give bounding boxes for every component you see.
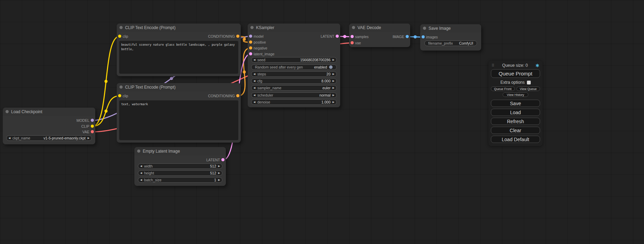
increment-arrow-icon[interactable]: ▶ xyxy=(330,94,336,97)
view-queue-button[interactable]: View Queue xyxy=(517,87,540,91)
decrement-arrow-icon[interactable]: ◀ xyxy=(252,94,257,97)
widget-sampler-name[interactable]: ◀ sampler_name euler ▶ xyxy=(251,85,337,91)
conditioning-port-dot[interactable] xyxy=(249,46,252,49)
node-clip-text-encode-negative[interactable]: CLIP Text Encode (Prompt) clip CONDITION… xyxy=(117,83,241,143)
queue-prompt-button[interactable]: Queue Prompt xyxy=(491,69,540,78)
decrement-arrow-icon[interactable]: ◀ xyxy=(138,165,144,168)
increment-arrow-icon[interactable]: ▶ xyxy=(216,179,222,181)
input-port-images[interactable]: images xyxy=(420,35,438,39)
increment-arrow-icon[interactable]: ▶ xyxy=(86,137,91,139)
output-port-latent[interactable]: LATENT xyxy=(206,157,226,162)
widget-cfg[interactable]: ◀ cfg 8.000 ▶ xyxy=(251,78,337,84)
increment-arrow-icon[interactable]: ▶ xyxy=(330,87,336,89)
output-port-conditioning[interactable]: CONDITIONING xyxy=(208,34,241,38)
output-port-image[interactable]: IMAGE xyxy=(392,34,410,39)
widget-batch-size[interactable]: ◀ batch_size 1 ▶ xyxy=(138,177,222,183)
increment-arrow-icon[interactable]: ▶ xyxy=(330,73,336,75)
input-port-model[interactable]: model xyxy=(248,34,264,38)
clip-port-dot[interactable] xyxy=(91,125,94,128)
decrement-arrow-icon[interactable]: ◀ xyxy=(7,137,12,139)
save-button[interactable]: Save xyxy=(491,100,540,107)
model-port-dot[interactable] xyxy=(91,119,94,122)
input-port-negative[interactable]: negative xyxy=(248,46,267,50)
prompt-textarea[interactable]: beautiful scenery nature glass bottle la… xyxy=(119,41,238,74)
collapse-dot[interactable] xyxy=(352,26,355,29)
latent-port-dot[interactable] xyxy=(249,52,252,55)
decrement-arrow-icon[interactable]: ◀ xyxy=(252,101,257,103)
decrement-arrow-icon[interactable]: ◀ xyxy=(138,179,144,181)
vae-port-dot[interactable] xyxy=(351,41,354,44)
conditioning-port-dot[interactable] xyxy=(249,40,252,44)
input-port-vae[interactable]: vae xyxy=(349,40,361,45)
widget-scheduler[interactable]: ◀ scheduler normal ▶ xyxy=(251,92,337,98)
settings-gear-icon[interactable]: ✱ xyxy=(536,63,539,68)
queue-front-button[interactable]: Queue Front xyxy=(491,87,515,91)
node-title-bar[interactable]: VAE Decode xyxy=(349,24,410,32)
node-ksampler[interactable]: KSampler model positive negative latent_… xyxy=(248,24,340,107)
load-button[interactable]: Load xyxy=(491,109,540,116)
output-port-latent[interactable]: LATENT xyxy=(321,34,340,38)
image-port-dot[interactable] xyxy=(406,35,409,38)
output-port-model[interactable]: MODEL xyxy=(77,118,95,123)
increment-arrow-icon[interactable]: ▶ xyxy=(216,165,222,168)
conditioning-port-dot[interactable] xyxy=(236,35,239,38)
clip-port-dot[interactable] xyxy=(118,35,121,38)
increment-arrow-icon[interactable]: ▶ xyxy=(330,80,336,82)
latent-port-dot[interactable] xyxy=(221,158,224,161)
image-port-dot[interactable] xyxy=(422,35,425,38)
input-port-latent-image[interactable]: latent_image xyxy=(248,52,274,56)
node-title-bar[interactable]: CLIP Text Encode (Prompt) xyxy=(117,24,241,32)
input-port-positive[interactable]: positive xyxy=(248,40,266,44)
node-title-bar[interactable]: Load Checkpoint xyxy=(3,108,95,116)
latent-port-dot[interactable] xyxy=(336,35,339,38)
model-port-dot[interactable] xyxy=(249,35,252,38)
extra-options-checkbox[interactable] xyxy=(527,81,531,84)
widget-random-seed-toggle[interactable]: Random seed after every gen enabled xyxy=(251,64,337,70)
widget-filename-prefix[interactable]: filename_prefix ComfyUI xyxy=(424,40,477,46)
node-editor-canvas[interactable]: Load Checkpoint MODEL CLIP VAE ◀ ckpt_na… xyxy=(0,0,644,244)
widget-ckpt-name[interactable]: ◀ ckpt_name v1-5-pruned-emaonly.ckpt ▶ xyxy=(6,135,92,141)
decrement-arrow-icon[interactable]: ◀ xyxy=(252,80,257,82)
conditioning-port-dot[interactable] xyxy=(236,94,239,97)
node-load-checkpoint[interactable]: Load Checkpoint MODEL CLIP VAE ◀ ckpt_na… xyxy=(3,108,95,144)
decrement-arrow-icon[interactable]: ◀ xyxy=(138,172,144,174)
clear-button[interactable]: Clear xyxy=(491,127,540,134)
node-title-bar[interactable]: Empty Latent Image xyxy=(134,147,226,155)
view-history-button[interactable]: View History xyxy=(503,92,528,97)
collapse-dot[interactable] xyxy=(120,26,123,29)
output-port-vae[interactable]: VAE xyxy=(82,129,95,134)
increment-arrow-icon[interactable]: ▶ xyxy=(330,101,336,103)
decrement-arrow-icon[interactable]: ◀ xyxy=(252,58,257,61)
menu-drag-handle-icon[interactable]: ⠿ xyxy=(492,63,494,68)
node-title-bar[interactable]: KSampler xyxy=(248,24,340,32)
load-default-button[interactable]: Load Default xyxy=(491,136,540,143)
node-title-bar[interactable]: CLIP Text Encode (Prompt) xyxy=(117,83,241,91)
node-vae-decode[interactable]: VAE Decode samples vae IMAGE xyxy=(349,24,410,47)
collapse-dot[interactable] xyxy=(250,26,254,29)
comfy-menu-panel[interactable]: ⠿ Queue size: 0 ✱ Queue Prompt Extra opt… xyxy=(488,61,542,146)
toggle-on-dot[interactable] xyxy=(329,65,333,69)
decrement-arrow-icon[interactable]: ◀ xyxy=(252,73,257,75)
vae-port-dot[interactable] xyxy=(91,130,94,133)
refresh-button[interactable]: Refresh xyxy=(491,118,540,125)
node-empty-latent-image[interactable]: Empty Latent Image LATENT ◀ width 512 ▶ … xyxy=(134,147,226,186)
prompt-textarea[interactable]: text, watermark xyxy=(119,100,238,140)
widget-denoise[interactable]: ◀ denoise 1.000 ▶ xyxy=(251,99,337,105)
input-port-samples[interactable]: samples xyxy=(349,34,369,39)
collapse-dot[interactable] xyxy=(120,85,123,89)
collapse-dot[interactable] xyxy=(137,150,140,153)
widget-width[interactable]: ◀ width 512 ▶ xyxy=(138,163,222,169)
latent-port-dot[interactable] xyxy=(351,35,354,38)
output-port-clip[interactable]: CLIP xyxy=(81,124,95,128)
node-clip-text-encode-positive[interactable]: CLIP Text Encode (Prompt) clip CONDITION… xyxy=(117,24,241,76)
node-save-image[interactable]: Save Image images filename_prefix ComfyU… xyxy=(420,24,481,51)
output-port-conditioning[interactable]: CONDITIONING xyxy=(208,93,241,98)
input-port-clip[interactable]: clip xyxy=(117,34,128,38)
increment-arrow-icon[interactable]: ▶ xyxy=(330,58,336,61)
decrement-arrow-icon[interactable]: ◀ xyxy=(252,87,257,89)
increment-arrow-icon[interactable]: ▶ xyxy=(216,172,222,174)
clip-port-dot[interactable] xyxy=(118,94,121,97)
collapse-dot[interactable] xyxy=(423,27,426,30)
widget-height[interactable]: ◀ height 512 ▶ xyxy=(138,170,222,176)
collapse-dot[interactable] xyxy=(6,110,9,113)
